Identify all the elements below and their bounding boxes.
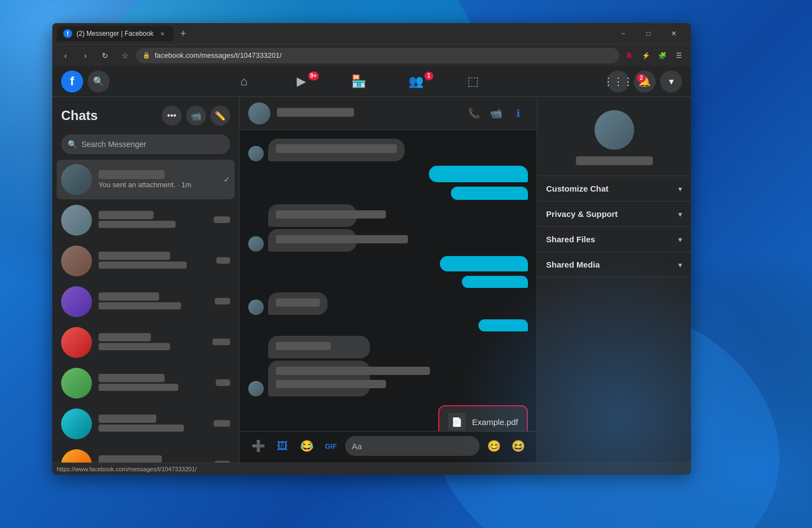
message-input[interactable]: Aa [345,436,479,456]
chat-item[interactable] [57,445,235,462]
message-bubble [462,276,528,288]
chats-sidebar: Chats ••• 📹 ✏️ 🔍 Search Messenger [52,97,239,462]
message-bubble [268,292,328,315]
chats-header: Chats ••• 📹 ✏️ [52,97,239,130]
image-button[interactable]: 🖼 [273,436,292,456]
forward-button[interactable]: › [77,47,94,64]
browser-window: f (2) Messenger | Facebook ✕ + − □ ✕ ‹ ›… [52,23,691,475]
chat-header: 📞 📹 ℹ [239,97,537,130]
notifications-button[interactable]: 🔔 2 [634,70,656,92]
message-row [248,204,528,252]
privacy-support-header[interactable]: Privacy & Support ▾ [537,202,691,226]
file-attachment[interactable]: 📄 Example.pdf [438,405,528,431]
chat-avatar [61,449,92,462]
chat-item[interactable] [57,363,235,403]
chat-item[interactable] [57,241,235,281]
browser-tab[interactable]: f (2) Messenger | Facebook ✕ [57,26,173,41]
nav-watch[interactable]: ▶ 9+ [274,68,329,95]
minimize-button[interactable]: − [611,23,636,44]
status-bar: https://www.facebook.com/messages/t/1047… [52,462,691,475]
messages-area[interactable]: 📄 Example.pdf [239,130,537,431]
shared-media-title: Shared Media [546,260,600,269]
thumbs-up-button[interactable]: 😆 [508,436,528,456]
extension-icon-1[interactable]: ⚡ [638,48,653,63]
file-name: Example.pdf [472,417,518,427]
refresh-button[interactable]: ↻ [96,47,114,64]
msg-avatar [248,300,264,315]
new-message-button[interactable]: ✏️ [210,106,230,126]
contact-name [277,108,457,118]
chat-item[interactable] [57,200,235,240]
message-input-area: ➕ 🖼 😂 GIF Aa 😊 😆 [239,431,537,462]
chevron-down-icon: ▾ [678,210,682,219]
sticker-button[interactable]: 😂 [297,436,317,456]
shared-media-header[interactable]: Shared Media ▾ [537,252,691,277]
menu-button[interactable]: ☰ [671,48,686,63]
msg-avatar [248,146,264,161]
chat-avatar [61,409,92,439]
customize-chat-header[interactable]: Customize Chat ▾ [537,176,691,201]
add-button[interactable]: ➕ [248,436,268,456]
chat-info [99,415,207,433]
new-tab-button[interactable]: + [176,26,191,41]
right-panel-header [537,97,691,176]
chat-list: You sent an attachment. · 1m ✓ [52,159,239,462]
gif-button[interactable]: GIF [321,436,341,456]
shared-files-header[interactable]: Shared Files ▾ [537,227,691,252]
extensions-button[interactable]: 🧩 [655,48,670,63]
chat-info [99,292,208,311]
nav-groups[interactable]: 👥 1 [388,68,443,95]
chat-item[interactable] [57,323,235,362]
chat-avatar [61,286,92,317]
chat-name [99,170,217,181]
apps-button[interactable]: ⋮⋮⋮ [607,70,629,92]
contact-avatar [248,102,270,124]
maximize-button[interactable]: □ [636,23,661,44]
nav-gaming[interactable]: ⬚ [445,68,500,95]
account-button[interactable]: ▾ [660,70,682,92]
message-bubble [440,256,528,271]
fb-nav-right: ⋮⋮⋮ 🔔 2 ▾ [607,70,682,92]
shared-files-section: Shared Files ▾ [537,227,691,252]
chat-item[interactable]: You sent an attachment. · 1m ✓ [57,160,235,199]
privacy-support-title: Privacy & Support [546,209,618,219]
chat-info [99,455,208,462]
video-call-button[interactable]: 📹 [486,104,506,123]
msg-avatar [248,381,264,396]
search-box[interactable]: 🔍 Search Messenger [61,134,230,154]
more-options-button[interactable]: ••• [162,106,182,126]
chat-avatar [61,327,92,358]
fb-search-button[interactable]: 🔍 [88,70,110,92]
tab-close-button[interactable]: ✕ [158,29,167,38]
customize-chat-title: Customize Chat [546,184,608,193]
chat-item[interactable] [57,282,235,322]
chat-preview: You sent an attachment. · 1m [99,181,217,189]
bookmark-button[interactable]: ☆ [116,47,134,64]
new-video-call-button[interactable]: 📹 [186,106,206,126]
chat-item[interactable] [57,404,235,444]
chat-info [99,252,210,270]
brave-shield-icon[interactable]: B [622,48,637,63]
chat-info [99,333,206,352]
nav-marketplace[interactable]: 🏪 [331,68,386,95]
groups-badge: 1 [424,72,433,80]
info-button[interactable]: ℹ [508,104,528,123]
emoji-button[interactable]: 😊 [484,436,504,456]
tab-favicon: f [63,29,72,38]
chat-header-actions: 📞 📹 ℹ [464,104,528,123]
close-button[interactable]: ✕ [661,23,686,44]
voice-call-button[interactable]: 📞 [464,104,484,123]
address-bar[interactable]: 🔒 facebook.com/messages/t/1047333201/ [136,48,619,63]
contact-right-name [576,156,653,167]
messenger-body: Chats ••• 📹 ✏️ 🔍 Search Messenger [52,97,691,462]
nav-home[interactable]: ⌂ [216,68,271,95]
chevron-down-icon: ▾ [678,260,682,269]
window-controls: − □ ✕ [611,23,686,44]
message-row: 📄 Example.pdf [248,405,528,431]
chevron-down-icon: ▾ [678,235,682,244]
back-button[interactable]: ‹ [57,47,74,64]
search-icon: 🔍 [68,140,77,149]
chat-avatar [61,368,92,399]
nav-bar: ‹ › ↻ ☆ 🔒 facebook.com/messages/t/104733… [52,44,691,66]
avatar-image [61,164,92,195]
